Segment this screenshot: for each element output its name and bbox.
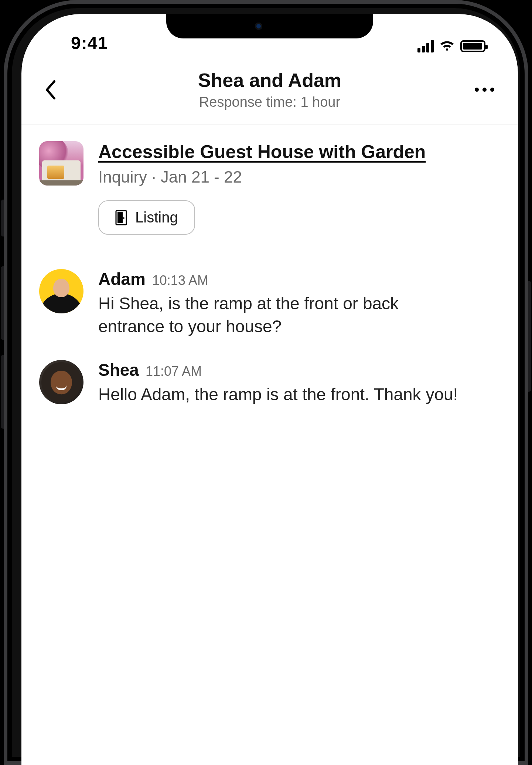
screen: 9:41 Shea and Adam Response time: 1 hour <box>21 14 518 765</box>
message-body: Hello Adam, the ramp is at the front. Th… <box>98 383 468 406</box>
listing-thumbnail[interactable] <box>39 141 83 186</box>
front-camera <box>255 23 262 30</box>
svg-point-2 <box>123 217 125 219</box>
phone-frame: 9:41 Shea and Adam Response time: 1 hour <box>4 0 528 765</box>
battery-icon <box>460 40 485 52</box>
listing-button-label: Listing <box>135 209 178 226</box>
message-item: Adam 10:13 AM Hi Shea, is the ramp at th… <box>39 269 500 338</box>
chevron-left-icon <box>44 80 57 100</box>
message-sender: Adam <box>98 269 146 289</box>
more-icon <box>482 88 487 92</box>
wifi-icon <box>440 40 454 52</box>
message-body: Hi Shea, is the ramp at the front or bac… <box>98 292 468 338</box>
listing-meta: Inquiry · Jan 21 - 22 <box>98 168 500 186</box>
nav-header: Shea and Adam Response time: 1 hour <box>21 55 518 125</box>
avatar[interactable] <box>39 360 83 404</box>
svg-rect-1 <box>117 212 123 223</box>
listing-card: Accessible Guest House with Garden Inqui… <box>21 125 518 251</box>
more-icon <box>490 88 494 92</box>
more-button[interactable] <box>471 79 497 101</box>
back-button[interactable] <box>39 79 61 101</box>
more-icon <box>475 88 479 92</box>
message-time: 11:07 AM <box>146 364 202 379</box>
notch <box>166 14 373 38</box>
listing-button[interactable]: Listing <box>98 200 195 235</box>
message-time: 10:13 AM <box>152 273 208 288</box>
response-time: Response time: 1 hour <box>198 94 341 110</box>
message-item: Shea 11:07 AM Hello Adam, the ramp is at… <box>39 360 500 406</box>
avatar[interactable] <box>39 269 83 313</box>
cellular-icon <box>417 40 434 52</box>
message-thread[interactable]: Adam 10:13 AM Hi Shea, is the ramp at th… <box>21 251 518 406</box>
conversation-title: Shea and Adam <box>198 69 341 91</box>
message-sender: Shea <box>98 360 139 380</box>
status-icons <box>417 40 485 52</box>
listing-title-link[interactable]: Accessible Guest House with Garden <box>98 142 426 162</box>
door-icon <box>115 210 127 225</box>
status-time: 9:41 <box>71 33 108 53</box>
